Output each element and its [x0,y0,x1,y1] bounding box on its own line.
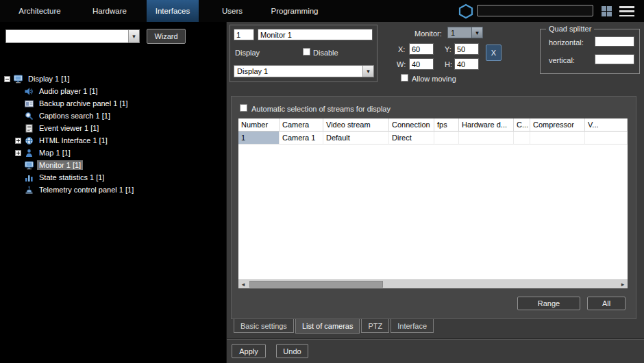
column-header[interactable]: Video stream [323,118,389,132]
table-cell-camera[interactable]: Camera 1 [280,132,323,145]
all-button[interactable]: All [587,297,626,310]
disable-checkbox[interactable] [303,48,310,55]
table-row[interactable]: 1 Camera 1 Default Direct [238,132,628,145]
table-cell-compressor[interactable] [530,132,585,145]
tree-item-captions-search[interactable]: Captions search 1 [1] [3,110,225,122]
expand-icon[interactable] [15,150,21,156]
magnifier-icon [24,112,34,121]
globe-icon [24,136,34,145]
column-header[interactable]: Hardware d... [459,118,514,132]
tree-item-audio-player[interactable]: Audio player 1 [1] [3,85,225,97]
allow-moving-checkbox[interactable] [401,74,408,82]
tree-item-telemetry[interactable]: Telemetry control panel 1 [1] [3,184,225,196]
tree-item-monitor[interactable]: Monitor 1 [1] [3,159,225,171]
tab-users[interactable]: Users [216,0,248,22]
display-label: Display [235,49,260,57]
settings-tabs: Basic settings List of cameras PTZ Inter… [234,319,435,334]
search-input[interactable] [477,5,593,16]
tree-item-label[interactable]: Event viewer 1 [1] [37,123,101,133]
monitor-select-value: 1 [448,29,471,37]
quad-splitter-group: Quad splitter horizontal: vertical: [540,29,640,74]
clear-position-button[interactable]: X [486,45,501,61]
table-cell-number[interactable]: 1 [238,132,280,145]
horizontal-field[interactable] [595,36,634,47]
w-field[interactable] [409,58,434,70]
identity-group: Display Disable Display 1 [230,25,377,82]
tree-item-label[interactable]: State statistics 1 [1] [37,173,106,182]
scroll-left-icon[interactable] [238,280,248,288]
y-field[interactable] [454,43,479,55]
column-header[interactable]: C... [514,118,530,132]
wizard-button[interactable]: Wizard [147,29,186,44]
grid-view-icon[interactable] [602,6,612,16]
tree-item-state-statistics[interactable]: State statistics 1 [1] [3,171,225,184]
monitor-select[interactable]: 1 [447,27,483,38]
tab-basic-settings[interactable]: Basic settings [234,319,294,333]
bar-chart-icon [24,173,34,182]
display-select-value: Display 1 [234,67,362,75]
tree-item-label[interactable]: Backup archive panel 1 [1] [37,99,130,108]
tab-list-of-cameras[interactable]: List of cameras [295,319,360,334]
tree-filter-combobox[interactable] [5,29,140,43]
hamburger-menu-icon[interactable] [619,6,634,16]
tree-item-label[interactable]: Display 1 [1] [26,74,72,84]
column-header[interactable]: Connection [389,118,434,132]
tab-programming[interactable]: Programming [269,0,321,22]
tab-ptz[interactable]: PTZ [361,319,389,333]
undo-button[interactable]: Undo [276,344,308,358]
column-header[interactable]: Number [238,118,280,132]
scrollbar-thumb[interactable] [249,281,383,288]
display-select[interactable]: Display 1 [234,65,374,77]
tree-item-map[interactable]: Map 1 [1] [3,147,225,159]
person-icon [24,149,34,158]
app-window: Architecture Hardware Interfaces Users P… [0,0,644,363]
tree-item-event-viewer[interactable]: Event viewer 1 [1] [3,122,225,134]
table-cell-c[interactable] [514,132,530,145]
tree-item-display[interactable]: Display 1 [1] [3,73,225,85]
monitor-icon [24,161,34,170]
settings-panel: Display Disable Display 1 Monitor: 1 X: … [226,22,644,363]
table-cell-fps[interactable] [434,132,459,145]
table-cell-hardware[interactable] [459,132,514,145]
column-header[interactable]: fps [434,118,459,132]
scroll-right-icon[interactable] [618,280,628,288]
table-cell-video-stream[interactable]: Default [323,132,389,145]
column-header[interactable]: V... [585,118,628,132]
column-header[interactable]: Compressor [530,118,585,132]
tree-item-label[interactable]: Map 1 [1] [37,148,73,158]
tree-item-label[interactable]: Captions search 1 [1] [37,111,112,121]
tab-hardware[interactable]: Hardware [82,0,137,22]
column-header[interactable]: Camera [280,118,323,132]
apply-button[interactable]: Apply [232,344,266,358]
table-cell-connection[interactable]: Direct [389,132,434,145]
range-button[interactable]: Range [517,297,580,310]
tree-item-label-selected[interactable]: Monitor 1 [1] [37,160,83,170]
chevron-down-icon[interactable] [471,27,482,38]
chevron-down-icon[interactable] [128,30,139,42]
tree-item-label[interactable]: Telemetry control panel 1 [1] [37,185,136,195]
x-field[interactable] [409,43,434,55]
h-field[interactable] [454,58,479,70]
monitor-label: Monitor: [414,29,442,38]
object-id-field[interactable] [234,29,254,40]
y-label: Y: [445,45,451,53]
tree-item-html-interface[interactable]: HTML Interface 1 [1] [3,134,225,147]
object-name-field[interactable] [258,29,373,40]
tab-architecture[interactable]: Architecture [7,0,73,22]
tree-item-backup-archive[interactable]: Backup archive panel 1 [1] [3,97,225,110]
quad-splitter-title: Quad splitter [546,25,594,33]
table-cell-v[interactable] [585,132,628,145]
collapse-icon[interactable] [4,76,10,82]
display-icon [13,75,23,84]
auto-streams-checkbox[interactable] [240,104,247,112]
tab-interface[interactable]: Interface [391,319,434,333]
tree-item-label[interactable]: HTML Interface 1 [1] [37,136,110,145]
vertical-field[interactable] [595,54,634,64]
expand-icon[interactable] [15,138,21,144]
horizontal-scrollbar[interactable] [238,279,628,288]
tab-interfaces[interactable]: Interfaces [147,0,199,22]
hexagon-logo-icon [458,3,474,19]
chevron-down-icon[interactable] [362,66,373,77]
tree-item-label[interactable]: Audio player 1 [1] [37,86,100,96]
backup-archive-icon [24,99,34,108]
